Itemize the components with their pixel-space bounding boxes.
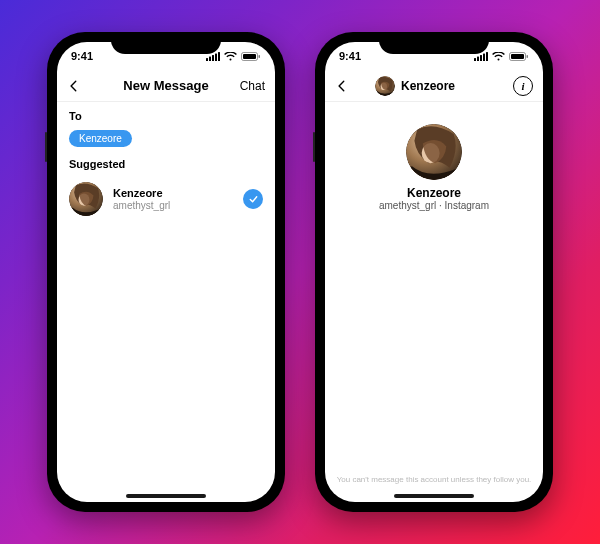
home-indicator[interactable]	[126, 494, 206, 498]
phone-frame-right: 9:41	[315, 32, 553, 512]
nav-avatar	[375, 76, 395, 96]
svg-rect-19	[527, 55, 529, 58]
battery-icon	[241, 52, 261, 61]
svg-rect-12	[474, 58, 476, 61]
profile-subtitle: amethyst_grl · Instagram	[325, 200, 543, 211]
svg-rect-15	[483, 53, 485, 61]
to-row: To	[57, 102, 275, 128]
svg-rect-7	[215, 53, 217, 61]
screen-left: 9:41 New Message	[57, 42, 275, 502]
suggested-header: Suggested	[57, 152, 275, 176]
status-indicators	[206, 52, 261, 61]
chat-action[interactable]: Chat	[225, 79, 265, 93]
recipient-pill[interactable]: Kenzeore	[69, 130, 132, 147]
suggested-text: Kenzeore amethyst_grl	[113, 187, 233, 210]
nav-profile[interactable]: Kenzeore	[375, 76, 493, 96]
svg-rect-5	[209, 56, 211, 61]
svg-rect-13	[477, 56, 479, 61]
profile-avatar[interactable]	[406, 124, 462, 180]
chevron-left-icon	[67, 79, 81, 93]
phone-frame-left: 9:41 New Message	[47, 32, 285, 512]
notch	[111, 32, 221, 54]
info-icon: i	[513, 76, 533, 96]
back-button[interactable]	[335, 79, 375, 93]
avatar	[69, 182, 103, 216]
screen-right: 9:41	[325, 42, 543, 502]
recipient-pill-row: Kenzeore	[57, 128, 275, 152]
status-indicators	[474, 52, 529, 61]
svg-rect-18	[511, 54, 524, 59]
to-label: To	[69, 110, 82, 122]
home-indicator[interactable]	[394, 494, 474, 498]
gradient-background: 9:41 New Message	[0, 0, 600, 544]
back-button[interactable]	[67, 79, 107, 93]
wifi-icon	[224, 52, 237, 61]
status-time: 9:41	[339, 50, 361, 62]
chevron-left-icon	[335, 79, 349, 93]
nav-title: Kenzeore	[401, 79, 455, 93]
wifi-icon	[492, 52, 505, 61]
content-left: To Kenzeore Suggested Kenzeore amethyst_…	[57, 102, 275, 502]
svg-rect-6	[212, 55, 214, 61]
notch	[379, 32, 489, 54]
svg-rect-16	[486, 52, 488, 61]
selected-check[interactable]	[243, 189, 263, 209]
svg-rect-4	[206, 58, 208, 61]
nav-bar: Kenzeore i	[325, 70, 543, 102]
svg-rect-10	[243, 54, 256, 59]
restriction-note: You can't message this account unless th…	[325, 475, 543, 484]
svg-rect-11	[259, 55, 261, 58]
nav-bar: New Message Chat	[57, 70, 275, 102]
profile-block: Kenzeore amethyst_grl · Instagram	[325, 102, 543, 211]
info-button[interactable]: i	[493, 76, 533, 96]
content-right: Kenzeore amethyst_grl · Instagram You ca…	[325, 102, 543, 502]
suggested-name: Kenzeore	[113, 187, 233, 199]
suggested-username: amethyst_grl	[113, 200, 233, 211]
svg-rect-8	[218, 52, 220, 61]
nav-title: New Message	[107, 78, 225, 93]
check-icon	[248, 194, 259, 205]
battery-icon	[509, 52, 529, 61]
suggested-row[interactable]: Kenzeore amethyst_grl	[57, 176, 275, 222]
profile-name: Kenzeore	[325, 186, 543, 200]
status-time: 9:41	[71, 50, 93, 62]
svg-rect-14	[480, 55, 482, 61]
